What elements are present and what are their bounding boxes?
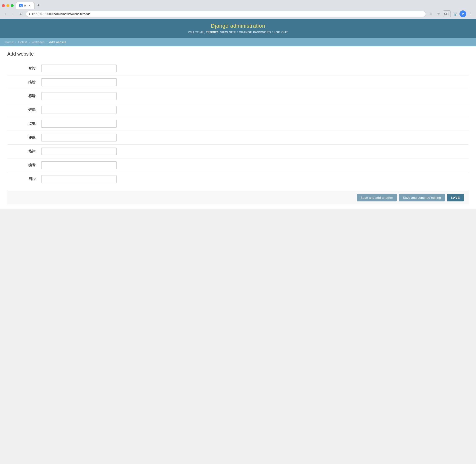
- address-bar[interactable]: [31, 12, 423, 16]
- breadcrumb-home[interactable]: Home: [5, 40, 13, 44]
- form-row-link: 链接:: [7, 103, 469, 117]
- field-input-number: [41, 161, 469, 169]
- likes-field[interactable]: [41, 120, 117, 128]
- close-window-button[interactable]: [2, 4, 5, 7]
- browser-chrome: A A × + ‹ › ↻ ℹ ⊞ ☆ OFF 📡 P ⋮: [0, 0, 476, 19]
- tab-favicon: A: [19, 4, 23, 7]
- controls-row: ‹ › ↻ ℹ ⊞ ☆ OFF 📡 P ⋮: [0, 9, 476, 19]
- field-label-image: 图片:: [7, 177, 41, 181]
- user-bar: WELCOME, TEDXPY. VIEW SITE / CHANGE PASS…: [4, 30, 472, 34]
- form-row-time: 时间:: [7, 62, 469, 75]
- breadcrumb-sep-3: ›: [46, 40, 47, 44]
- breadcrumb-sep-1: ›: [15, 40, 16, 44]
- form-row-title: 标题:: [7, 89, 469, 103]
- breadcrumb-websites[interactable]: Websites: [31, 40, 44, 44]
- time-field[interactable]: [41, 65, 117, 72]
- save-add-another-button[interactable]: Save and add another: [357, 194, 397, 202]
- number-field[interactable]: [41, 161, 117, 169]
- field-label-hot-comments: 热评:: [7, 149, 41, 154]
- separator-1: /: [237, 30, 238, 34]
- site-title: Django administration: [4, 23, 472, 29]
- traffic-lights: [2, 4, 14, 7]
- tab-title: A: [24, 4, 26, 7]
- hot-comments-field[interactable]: [41, 147, 117, 155]
- content-area: Add website 时间: 描述: 标题: 链接:: [0, 46, 476, 209]
- reload-button[interactable]: ↻: [18, 10, 24, 17]
- form-row-hot-comments: 热评:: [7, 145, 469, 158]
- field-label-number: 编号:: [7, 163, 41, 167]
- menu-button[interactable]: ⋮: [467, 10, 474, 17]
- back-button[interactable]: ‹: [2, 10, 9, 17]
- forward-button[interactable]: ›: [10, 10, 17, 17]
- save-button[interactable]: SAVE: [447, 194, 464, 202]
- browser-actions: ⊞ ☆ OFF 📡 P ⋮: [427, 10, 474, 17]
- add-website-form: 时间: 描述: 标题: 链接: 点赞:: [7, 62, 469, 204]
- page-title: Add website: [7, 51, 469, 57]
- change-password-link[interactable]: CHANGE PASSWORD: [239, 30, 271, 34]
- field-label-title: 标题:: [7, 94, 41, 98]
- field-input-description: [41, 78, 469, 86]
- nav-buttons: ‹ › ↻: [2, 10, 24, 17]
- field-label-likes: 点赞:: [7, 122, 41, 126]
- field-label-comments: 评论:: [7, 135, 41, 140]
- separator-2: /: [272, 30, 273, 34]
- field-input-title: [41, 92, 469, 100]
- breadcrumb-hotlist[interactable]: Hotlist: [18, 40, 27, 44]
- field-label-link: 链接:: [7, 108, 41, 112]
- broadcast-button[interactable]: 📡: [452, 10, 458, 17]
- field-input-time: [41, 65, 469, 72]
- save-continue-editing-button[interactable]: Save and continue editing: [399, 194, 445, 202]
- profile-button[interactable]: P: [459, 10, 466, 17]
- maximize-window-button[interactable]: [11, 4, 14, 7]
- field-input-image: [41, 175, 469, 183]
- active-tab[interactable]: A A ×: [16, 2, 34, 9]
- username: TEDXPY: [206, 30, 218, 34]
- comments-field[interactable]: [41, 134, 117, 142]
- address-bar-container: ℹ: [26, 11, 426, 17]
- form-row-number: 编号:: [7, 158, 469, 172]
- extension-off-button[interactable]: OFF: [443, 10, 451, 17]
- field-label-description: 描述:: [7, 80, 41, 85]
- new-tab-button[interactable]: +: [35, 2, 42, 9]
- image-field[interactable]: [41, 175, 117, 183]
- welcome-prefix: WELCOME,: [188, 30, 206, 34]
- field-input-comments: [41, 134, 469, 142]
- link-field[interactable]: [41, 106, 117, 114]
- logout-link[interactable]: LOG OUT: [274, 30, 288, 34]
- field-input-link: [41, 106, 469, 114]
- form-row-likes: 点赞:: [7, 117, 469, 131]
- title-field[interactable]: [41, 92, 117, 100]
- submit-row: Save and add another Save and continue e…: [7, 191, 469, 204]
- translate-button[interactable]: ⊞: [427, 10, 434, 17]
- tab-close-button[interactable]: ×: [28, 4, 31, 8]
- django-header: Django administration WELCOME, TEDXPY. V…: [0, 19, 476, 38]
- minimize-window-button[interactable]: [6, 4, 9, 7]
- field-label-time: 时间:: [7, 66, 41, 71]
- bookmark-button[interactable]: ☆: [435, 10, 442, 17]
- view-site-link[interactable]: VIEW SITE: [220, 30, 236, 34]
- breadcrumb-sep-2: ›: [29, 40, 30, 44]
- tab-bar: A A × +: [0, 0, 476, 9]
- breadcrumb-current: Add website: [49, 40, 66, 44]
- form-row-image: 图片:: [7, 172, 469, 186]
- address-bar-secure-icon: ℹ: [29, 12, 30, 16]
- form-row-description: 描述:: [7, 75, 469, 89]
- description-field[interactable]: [41, 78, 117, 86]
- form-row-comments: 评论:: [7, 131, 469, 145]
- field-input-hot-comments: [41, 147, 469, 155]
- field-input-likes: [41, 120, 469, 128]
- breadcrumb: Home › Hotlist › Websites › Add website: [0, 38, 476, 46]
